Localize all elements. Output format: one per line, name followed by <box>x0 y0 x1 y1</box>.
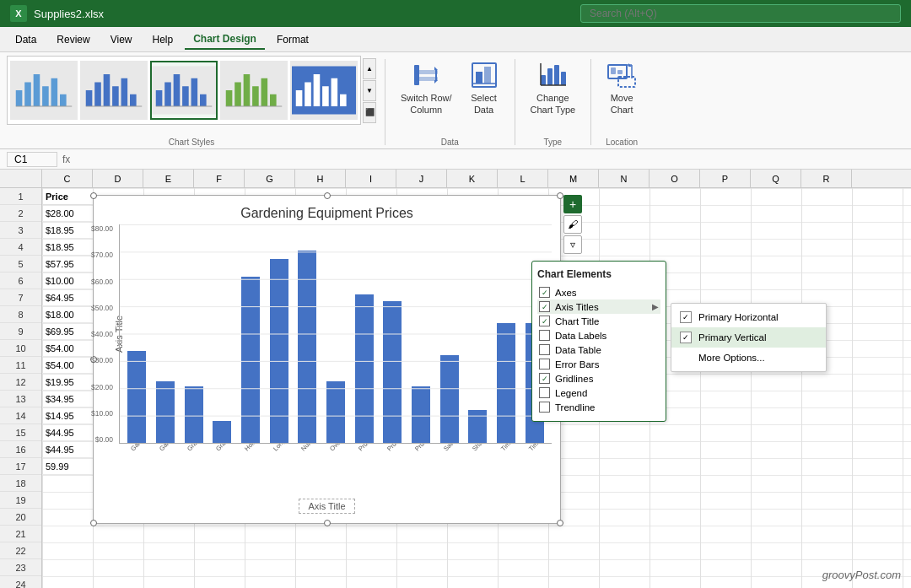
bar-group-8[interactable] <box>350 224 378 443</box>
submenu-primary-horizontal[interactable]: ✓ Primary Horizontal <box>671 307 826 327</box>
ce-axes-checkbox[interactable]: ✓ <box>539 287 550 298</box>
price-footer[interactable]: 59.99 <box>42 458 93 475</box>
ce-chart-title-checkbox[interactable]: ✓ <box>539 316 550 326</box>
col-header-c[interactable]: C <box>42 170 93 187</box>
price-cell-5[interactable]: $64.95 <box>42 289 93 306</box>
ce-data-table[interactable]: Data Table <box>537 343 660 357</box>
chart-style-1[interactable] <box>10 61 78 120</box>
bar-group-4[interactable] <box>237 224 265 443</box>
menu-view[interactable]: View <box>102 30 141 49</box>
col-header-f[interactable]: F <box>194 170 245 187</box>
bar-group-11[interactable] <box>435 224 463 443</box>
resize-se[interactable] <box>557 520 563 526</box>
row-header-13[interactable]: 13 <box>0 391 41 407</box>
add-chart-element-button[interactable]: + <box>563 195 582 213</box>
ce-error-bars[interactable]: Error Bars <box>537 357 660 371</box>
row-header-5[interactable]: 5 <box>0 256 41 272</box>
row-header-9[interactable]: 9 <box>0 323 41 340</box>
row-header-23[interactable]: 23 <box>0 559 41 576</box>
bar-group-2[interactable] <box>180 224 208 443</box>
bar-group-1[interactable] <box>152 224 180 443</box>
resize-sw[interactable] <box>90 520 97 526</box>
price-cell-2[interactable]: $18.95 <box>42 239 93 256</box>
col-header-q[interactable]: Q <box>751 170 801 187</box>
bar-group-13[interactable] <box>493 224 520 443</box>
price-cell-12[interactable]: $14.95 <box>42 407 93 424</box>
price-cell-3[interactable]: $57.95 <box>42 256 93 272</box>
price-cell-9[interactable]: $54.00 <box>42 357 93 374</box>
row-header-20[interactable]: 20 <box>0 509 41 526</box>
bar-group-6[interactable] <box>294 224 321 443</box>
ce-trendline-checkbox[interactable] <box>539 402 550 413</box>
bar-group-10[interactable] <box>407 224 435 443</box>
col-header-n[interactable]: N <box>599 170 650 187</box>
row-header-4[interactable]: 4 <box>0 239 41 256</box>
price-cell-10[interactable]: $19.95 <box>42 374 93 391</box>
ce-trendline[interactable]: Trendline <box>537 400 660 414</box>
bar-group-12[interactable] <box>464 224 492 443</box>
col-header-m[interactable]: M <box>548 170 599 187</box>
price-cell-0[interactable]: $28.00 <box>42 205 93 222</box>
col-header-g[interactable]: G <box>245 170 295 187</box>
ce-chart-title[interactable]: ✓ Chart Title <box>537 314 660 328</box>
price-cell-6[interactable]: $18.00 <box>42 306 93 323</box>
row-header-6[interactable]: 6 <box>0 272 41 289</box>
submenu-more-options[interactable]: More Options... <box>671 348 826 368</box>
ce-data-labels[interactable]: Data Labels <box>537 328 660 343</box>
ce-legend-checkbox[interactable] <box>539 387 550 398</box>
price-cell-7[interactable]: $69.95 <box>42 323 93 340</box>
menu-format[interactable]: Format <box>268 30 317 49</box>
col-header-l[interactable]: L <box>498 170 548 187</box>
gallery-scroll-down[interactable]: ▼ <box>363 80 376 101</box>
chart-filter-button[interactable]: ▿ <box>563 235 582 254</box>
row-header-2[interactable]: 2 <box>0 205 41 222</box>
row-header-1[interactable]: 1 <box>0 188 41 205</box>
resize-n[interactable] <box>324 192 331 199</box>
chart-style-3[interactable] <box>150 61 218 120</box>
resize-s[interactable] <box>324 520 331 526</box>
gallery-scroll-more[interactable]: ⬛ <box>363 102 376 123</box>
bar-group-0[interactable] <box>123 224 151 443</box>
col-header-p[interactable]: P <box>700 170 751 187</box>
col-header-h[interactable]: H <box>295 170 346 187</box>
chart-style-5[interactable] <box>290 61 358 120</box>
row-header-12[interactable]: 12 <box>0 374 41 391</box>
ce-data-labels-checkbox[interactable] <box>539 330 550 341</box>
submenu-primary-vertical[interactable]: ✓ Primary Vertical <box>671 327 826 348</box>
ce-axis-titles-checkbox[interactable]: ✓ <box>539 301 550 312</box>
ce-data-table-checkbox[interactable] <box>539 344 550 355</box>
search-input[interactable] <box>580 4 901 23</box>
ce-legend[interactable]: Legend <box>537 386 660 400</box>
price-cell-11[interactable]: $34.95 <box>42 391 93 407</box>
bar-group-3[interactable] <box>208 224 236 443</box>
ce-axes[interactable]: ✓ Axes <box>537 285 660 299</box>
row-header-18[interactable]: 18 <box>0 475 41 492</box>
price-cell-4[interactable]: $10.00 <box>42 272 93 289</box>
ce-gridlines[interactable]: ✓ Gridlines <box>537 371 660 386</box>
row-header-14[interactable]: 14 <box>0 407 41 424</box>
bar-group-9[interactable] <box>379 224 407 443</box>
menu-help[interactable]: Help <box>144 30 182 49</box>
gallery-scroll-up[interactable]: ▲ <box>363 58 376 79</box>
price-cell-1[interactable]: $18.95 <box>42 222 93 239</box>
select-data-button[interactable]: SelectData <box>462 56 506 120</box>
col-header-r[interactable]: R <box>801 170 852 187</box>
row-header-16[interactable]: 16 <box>0 441 41 458</box>
row-header-3[interactable]: 3 <box>0 222 41 239</box>
chart-container[interactable]: Gardening Equipment Prices Axis Title $8… <box>93 195 561 524</box>
ce-gridlines-checkbox[interactable]: ✓ <box>539 373 550 384</box>
col-header-i[interactable]: I <box>346 170 396 187</box>
bar-group-5[interactable] <box>265 224 293 443</box>
resize-ne[interactable] <box>557 192 563 199</box>
switch-row-column-button[interactable]: Switch Row/Column <box>394 56 459 120</box>
bar-group-7[interactable] <box>322 224 350 443</box>
col-header-k[interactable]: K <box>447 170 498 187</box>
chart-style-4[interactable] <box>220 61 288 120</box>
row-header-10[interactable]: 10 <box>0 340 41 357</box>
col-header-o[interactable]: O <box>650 170 700 187</box>
row-header-8[interactable]: 8 <box>0 306 41 323</box>
row-header-17[interactable]: 17 <box>0 458 41 475</box>
row-header-22[interactable]: 22 <box>0 542 41 559</box>
col-header-e[interactable]: E <box>143 170 194 187</box>
row-header-11[interactable]: 11 <box>0 357 41 374</box>
